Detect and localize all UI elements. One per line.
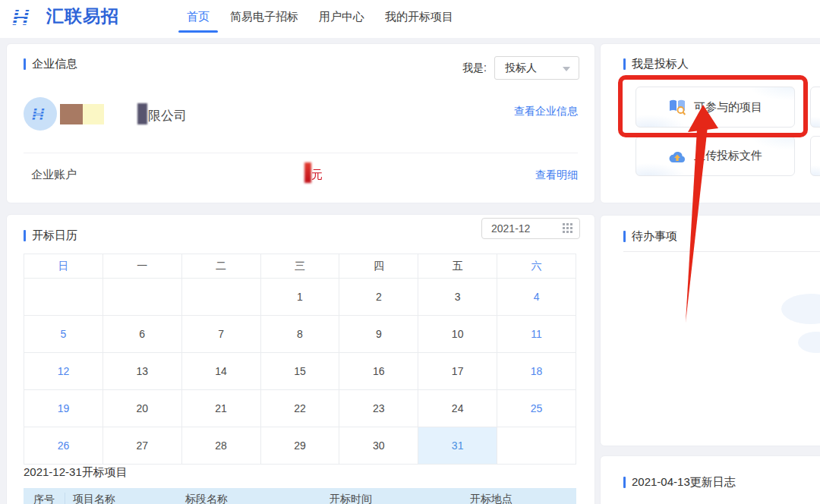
column-header-project-name: 项目名称 (65, 493, 178, 504)
calendar-week-row: 26 27 28 29 30 31 (24, 427, 576, 465)
calendar-day[interactable]: 26 (24, 427, 103, 465)
calendar-title: 开标日历 (24, 228, 77, 243)
calendar-day[interactable]: 2 (339, 279, 418, 316)
calendar-day[interactable]: 19 (24, 390, 103, 427)
account-unit: 元 (311, 168, 323, 182)
open-projects-title: 2021-12-31开标项目 (24, 465, 128, 480)
company-info-title: 企业信息 (24, 57, 77, 71)
changelog-title: 2021-04-13更新日志 (623, 475, 736, 490)
redacted-company-name-block (137, 103, 147, 124)
book-search-icon (668, 99, 686, 115)
brand-logo-icon: H (11, 5, 41, 28)
cloud-decoration (781, 294, 820, 324)
cutoff-button[interactable] (810, 87, 820, 128)
bidder-panel: 我是投标人 可参与的项目 上传投标文件 (600, 43, 820, 203)
main-nav: 首页 简易电子招标 用户中心 我的开标项目 (187, 0, 453, 35)
column-header-index: 序号 (24, 493, 65, 504)
calendar-day[interactable]: 23 (339, 390, 418, 427)
calendar-week-row: 1 2 3 4 (24, 279, 576, 316)
calendar-day[interactable]: 20 (102, 390, 181, 427)
calendar-day-empty (24, 279, 103, 316)
svg-text:H: H (32, 106, 45, 122)
month-picker (481, 218, 580, 239)
weekday-header: 日 (24, 254, 103, 279)
calendar-day[interactable]: 7 (181, 316, 260, 353)
calendar-day-empty (181, 279, 260, 316)
bidder-panel-title: 我是投标人 (623, 57, 689, 71)
calendar-day[interactable]: 10 (418, 316, 497, 353)
view-company-info-link[interactable]: 查看企业信息 (514, 105, 578, 118)
calendar-panel: 开标日历 日 一 二 三 四 五 六 (6, 214, 595, 504)
calendar-week-row: 12 13 14 15 16 17 18 (24, 353, 576, 390)
brand-logo[interactable]: H 汇联易招 (11, 5, 119, 28)
title-accent-bar (24, 58, 26, 70)
chevron-down-icon (563, 67, 570, 71)
nav-item-my-bid-opening[interactable]: 我的开标项目 (385, 0, 453, 35)
calendar-day[interactable]: 30 (339, 427, 418, 465)
calendar-day[interactable]: 5 (24, 316, 103, 353)
weekday-header: 一 (102, 254, 181, 279)
weekday-header: 四 (339, 254, 418, 279)
redacted-company-logo-block (60, 104, 83, 124)
company-name-text: 限公司 (148, 107, 187, 124)
weekday-header: 五 (418, 254, 497, 279)
calendar-day[interactable]: 1 (260, 279, 339, 316)
calendar-day[interactable]: 27 (102, 427, 181, 465)
calendar-day[interactable]: 4 (497, 279, 576, 316)
calendar-day[interactable]: 21 (181, 390, 260, 427)
calendar-day[interactable]: 9 (339, 316, 418, 353)
nav-item-user-center[interactable]: 用户中心 (319, 0, 364, 35)
upload-bid-file-button[interactable]: 上传投标文件 (636, 136, 795, 176)
calendar-day[interactable]: 29 (260, 427, 339, 465)
divider (24, 153, 578, 153)
calendar-day[interactable]: 25 (497, 390, 576, 427)
changelog-panel: 2021-04-13更新日志 (600, 455, 820, 504)
calendar-grid: 日 一 二 三 四 五 六 1 2 3 4 (24, 254, 576, 465)
cloud-decoration (798, 332, 820, 353)
cloud-upload-icon (668, 150, 686, 163)
calendar-day-selected[interactable]: 31 (418, 427, 497, 465)
title-accent-bar (623, 58, 626, 70)
title-accent-bar (24, 230, 26, 241)
calendar-day[interactable]: 28 (181, 427, 260, 465)
role-label: 我是: (462, 61, 487, 75)
nav-item-home[interactable]: 首页 (187, 0, 210, 35)
company-info-panel: 企业信息 我是: 投标人 H 限公司 查看企业信息 企业账户 (6, 43, 595, 203)
calendar-day[interactable]: 24 (418, 390, 497, 427)
svg-text:H: H (12, 5, 30, 28)
company-avatar: H (24, 97, 57, 131)
page: H 汇联易招 首页 简易电子招标 用户中心 我的开标项目 企业信息 我是: 投标… (0, 0, 820, 504)
account-label: 企业账户 (31, 168, 77, 182)
calendar-day[interactable]: 14 (181, 353, 260, 390)
upload-bid-file-label: 上传投标文件 (694, 149, 762, 163)
todo-panel: 待办事项 (600, 215, 820, 446)
calendar-day[interactable]: 17 (418, 353, 497, 390)
redacted-company-logo-block (83, 104, 104, 124)
top-nav: H 汇联易招 首页 简易电子招标 用户中心 我的开标项目 (0, 0, 820, 38)
joinable-projects-button[interactable]: 可参与的项目 (636, 87, 795, 128)
role-select-value: 投标人 (505, 61, 537, 75)
weekday-header: 六 (497, 254, 576, 279)
calendar-day-empty (497, 427, 576, 465)
calendar-day[interactable]: 16 (339, 353, 418, 390)
column-header-open-time: 开标时间 (322, 493, 462, 504)
calendar-day[interactable]: 3 (418, 279, 497, 316)
calendar-day[interactable]: 15 (260, 353, 339, 390)
nav-item-simple-ebidding[interactable]: 简易电子招标 (230, 0, 298, 35)
column-header-open-place: 开标地点 (462, 493, 576, 504)
role-select[interactable]: 投标人 (494, 56, 579, 80)
calendar-day[interactable]: 22 (260, 390, 339, 427)
cutoff-button[interactable] (810, 136, 820, 176)
redacted-account-amount (304, 162, 311, 183)
avatar-logo-icon: H (30, 106, 50, 122)
calendar-day-empty (102, 279, 181, 316)
view-account-detail-link[interactable]: 查看明细 (535, 169, 578, 182)
calendar-day[interactable]: 12 (24, 353, 103, 390)
calendar-day[interactable]: 11 (497, 316, 576, 353)
calendar-day[interactable]: 6 (102, 316, 181, 353)
calendar-grid-icon (563, 223, 573, 234)
weekday-header: 二 (181, 254, 260, 279)
calendar-day[interactable]: 8 (260, 316, 339, 353)
calendar-day[interactable]: 18 (497, 353, 576, 390)
calendar-day[interactable]: 13 (102, 353, 181, 390)
